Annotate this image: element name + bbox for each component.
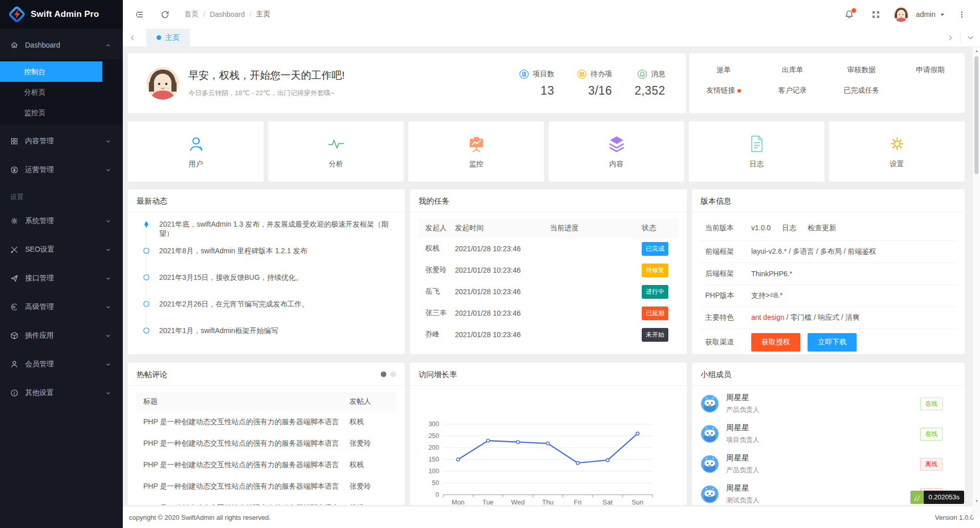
- fullscreen-icon[interactable]: [867, 5, 885, 24]
- username[interactable]: admin: [916, 10, 935, 18]
- sidebar-item-plugin-apps[interactable]: 插件应用: [0, 323, 123, 348]
- sidebar-item-api-management[interactable]: 接口管理: [0, 266, 123, 291]
- hot-post-row: PHP 是一种创建动态交互性站点的强有力的服务器端脚本语言张爱玲: [136, 433, 397, 454]
- tab-menu-icon[interactable]: [961, 29, 980, 47]
- team-member-row: 周星星产品负责人离线: [701, 451, 956, 477]
- get-license-button[interactable]: 获取授权: [751, 333, 800, 351]
- shortcut-users[interactable]: 用户: [128, 121, 264, 182]
- home-icon: [10, 41, 18, 49]
- sidebar-item-dashboard[interactable]: Dashboard: [0, 33, 123, 57]
- activity-timeline: 2021年底，swiftAdmin 1.3 发布，并发展成最受欢迎的极速开发框架…: [128, 212, 405, 353]
- sidebar-item-seo-settings[interactable]: SEO设置: [0, 237, 123, 262]
- sidebar: Swift Admin Pro Dashboard控制台分析页监控页内容管理运营…: [0, 0, 123, 528]
- version-link[interactable]: 日志: [782, 224, 796, 232]
- shortcut-settings[interactable]: 设置: [829, 121, 965, 182]
- copyright-text: copyright © 2020 SwiftAdmin all rights r…: [129, 514, 271, 521]
- svg-text:Sat: Sat: [603, 498, 613, 504]
- circle-icon: [142, 300, 150, 308]
- quick-link-customer-records[interactable]: 客户记录: [758, 86, 827, 95]
- task-row: 岳飞2021/01/28 10:23:46进行中: [418, 281, 679, 302]
- breadcrumb-item[interactable]: Dashboard: [210, 10, 245, 18]
- sidebar-subitem-console[interactable]: 控制台: [0, 61, 102, 82]
- sidebar-subitem-analysis-page[interactable]: 分析页: [0, 82, 123, 102]
- scroll-up-icon[interactable]: ▲: [973, 47, 980, 54]
- quick-link-dispatch-order[interactable]: 派单: [689, 65, 758, 75]
- footer-version: Version 1.0.0: [935, 514, 974, 521]
- sidebar-item-operations-management[interactable]: 运营管理: [0, 158, 123, 182]
- download-now-button[interactable]: 立即下载: [808, 333, 857, 351]
- sidebar-subitem-monitor-page[interactable]: 监控页: [0, 102, 123, 123]
- notifications-button[interactable]: [840, 5, 859, 24]
- post-title[interactable]: PHP 是一种创建动态交互性站点的强有力的服务器端脚本语言: [136, 439, 350, 448]
- quick-link-friend-links[interactable]: 友情链接: [689, 86, 758, 95]
- member-name: 周星星: [726, 453, 759, 463]
- stat-value: 2,352: [635, 84, 665, 98]
- carousel-dot-active[interactable]: [381, 371, 386, 377]
- sidebar-item-content-management[interactable]: 内容管理: [0, 129, 123, 153]
- breadcrumb-item[interactable]: 首页: [184, 10, 199, 19]
- refresh-icon[interactable]: [156, 5, 174, 24]
- quick-link-audit-data[interactable]: 审核数据: [827, 65, 896, 75]
- svg-text:300: 300: [428, 421, 439, 428]
- vertical-scrollbar[interactable]: ▲ ▼: [972, 47, 980, 518]
- svg-text:150: 150: [428, 456, 439, 463]
- chevron-down-icon: [105, 138, 112, 145]
- task-initiator: 张爱玲: [418, 266, 455, 275]
- breadcrumb-item[interactable]: 主页: [256, 10, 270, 19]
- menu-collapse-icon[interactable]: [130, 5, 148, 24]
- caret-down-icon[interactable]: [940, 12, 945, 17]
- tasks-header: 发起人发起时间当前进度状态: [418, 218, 679, 238]
- red-dot: [737, 89, 741, 93]
- quick-link-outbound-order[interactable]: 出库单: [758, 65, 827, 75]
- scrollbar-thumb[interactable]: [974, 56, 978, 174]
- flame-icon: [142, 220, 150, 228]
- quick-link-leave-request[interactable]: 申请假期: [896, 65, 965, 75]
- post-title[interactable]: PHP 是一种创建动态交互性站点的强有力的服务器端脚本语言: [136, 417, 350, 427]
- version-row: 获取渠道获取授权立即下载: [700, 329, 956, 354]
- tab-scroll-right-icon[interactable]: [941, 29, 960, 47]
- user-icon: [10, 360, 18, 368]
- version-row: PHP版本支持>=8.*: [700, 285, 956, 307]
- sidebar-item-other-settings[interactable]: 其他设置: [0, 381, 123, 405]
- runtime-badge: 0.202053s: [910, 491, 964, 504]
- shortcut-monitor[interactable]: 监控: [408, 121, 544, 182]
- shortcut-logs[interactable]: 日志: [689, 121, 824, 182]
- post-title[interactable]: PHP 是一种创建动态交互性站点的强有力的服务器端脚本语言: [136, 503, 350, 505]
- activity-item: 2021年2月26日，在元宵节编写完成发布工作。: [142, 299, 397, 326]
- stat-项目数: 项目数13: [519, 69, 554, 98]
- app-logo[interactable]: Swift Admin Pro: [0, 0, 123, 29]
- sidebar-item-advanced-management[interactable]: 高级管理: [0, 295, 123, 319]
- tab-home[interactable]: 主页: [146, 29, 190, 47]
- task-time: 2021/01/28 10:23:46: [455, 309, 550, 317]
- post-author: 张爱玲: [350, 439, 397, 448]
- member-role: 产品负责人: [726, 466, 759, 475]
- activity-item: 2021年3月15日，接收反馈BUG，持续优化。: [142, 273, 397, 299]
- svg-text:Thu: Thu: [542, 498, 553, 504]
- task-status-badge: 已完成: [642, 242, 668, 256]
- sidebar-item-system-management[interactable]: 系统管理: [0, 209, 123, 233]
- carousel-dot[interactable]: [390, 371, 396, 377]
- post-author: 权栈: [350, 460, 397, 470]
- version-row: 前端框架layui-v2.6.* / 多语言 / 多布局 / 前端鉴权: [700, 241, 956, 263]
- task-status-badge: 未开始: [642, 328, 668, 342]
- svg-text:0: 0: [435, 491, 439, 498]
- more-menu-icon[interactable]: [952, 5, 971, 24]
- quick-link-completed-tasks[interactable]: 已完成任务: [827, 86, 896, 95]
- version-link[interactable]: 检查更新: [808, 224, 836, 232]
- tasks-title: 我的任务: [419, 189, 449, 212]
- svg-text:Sun: Sun: [631, 498, 643, 504]
- shortcut-analysis[interactable]: 分析: [268, 121, 404, 182]
- chevron-down-icon: [105, 218, 112, 225]
- post-title[interactable]: PHP 是一种创建动态交互性站点的强有力的服务器端脚本语言: [136, 460, 350, 470]
- stat-待办项: 待办项3/16: [577, 69, 612, 98]
- sidebar-item-member-management[interactable]: 会员管理: [0, 352, 123, 377]
- post-title[interactable]: PHP 是一种创建动态交互性站点的强有力的服务器端脚本语言: [136, 482, 350, 491]
- member-name: 周星星: [726, 483, 759, 493]
- version-card: 版本信息 当前版本v1.0.0日志检查更新前端框架layui-v2.6.* / …: [692, 189, 965, 354]
- user-avatar[interactable]: [894, 7, 909, 22]
- tab-scroll-left-icon[interactable]: [123, 29, 142, 47]
- task-row: 乔峰2021/01/28 10:23:46未开始: [418, 324, 679, 345]
- scroll-down-icon[interactable]: ▼: [973, 497, 980, 504]
- activity-item: 2021年1月，swiftAdmin框架开始编写: [142, 326, 397, 353]
- shortcut-content[interactable]: 内容: [549, 121, 684, 182]
